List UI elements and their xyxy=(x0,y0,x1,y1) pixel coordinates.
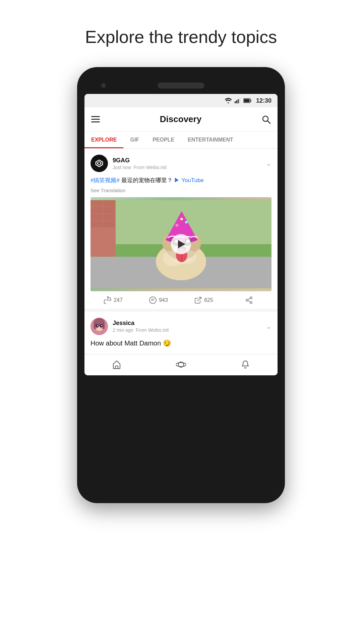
avatar-jessica xyxy=(90,318,108,335)
svg-point-62 xyxy=(101,327,104,328)
svg-point-46 xyxy=(250,297,252,299)
svg-point-47 xyxy=(246,299,248,301)
phone-camera xyxy=(101,83,106,88)
post-9gag-meta: Just now From Weibo.intl xyxy=(113,165,167,170)
svg-point-60 xyxy=(101,325,102,326)
status-time: 12:30 xyxy=(256,97,272,104)
thumbs-up-icon xyxy=(104,296,112,304)
svg-point-56 xyxy=(94,319,104,324)
app-title: Discovery xyxy=(160,114,201,124)
post-9gag-text: #搞笑视频# 最逗的宠物在哪里？ ▶ YouTube xyxy=(90,176,272,185)
svg-rect-5 xyxy=(250,100,251,102)
post-9gag-username: 9GAG xyxy=(113,157,167,164)
repost-count: 625 xyxy=(204,297,213,303)
svg-point-59 xyxy=(97,325,98,326)
svg-rect-3 xyxy=(239,98,240,103)
share-button[interactable] xyxy=(226,296,272,304)
phone-frame: 12:30 Discovery EXPLORE GIF xyxy=(77,67,285,503)
phone-speaker xyxy=(158,83,204,89)
svg-rect-22 xyxy=(91,221,103,227)
svg-rect-19 xyxy=(103,207,115,213)
nav-notifications[interactable] xyxy=(213,354,278,375)
search-button[interactable] xyxy=(261,115,271,124)
svg-rect-18 xyxy=(91,207,103,213)
share-icon xyxy=(245,296,253,304)
bell-icon xyxy=(241,360,250,369)
post-jessica-expand-button[interactable]: ⌄ xyxy=(266,322,272,330)
svg-rect-0 xyxy=(235,101,236,103)
repost-button[interactable]: 625 xyxy=(181,296,226,304)
svg-rect-20 xyxy=(91,214,103,220)
feed: 9GAG Just now From Weibo.intl ⌄ #搞笑视频# 最… xyxy=(84,149,278,351)
hamburger-menu-button[interactable] xyxy=(91,116,100,122)
nav-home[interactable] xyxy=(84,354,149,375)
svg-point-35 xyxy=(175,224,178,227)
status-bar: 12:30 xyxy=(84,94,278,107)
svg-rect-16 xyxy=(91,200,103,206)
post-jessica-text: How about Matt Damon 😏 xyxy=(90,339,272,351)
svg-point-37 xyxy=(180,218,183,220)
tab-explore[interactable]: EXPLORE xyxy=(84,131,123,148)
svg-rect-1 xyxy=(236,100,237,103)
repost-icon xyxy=(194,296,202,304)
see-translation-9gag[interactable]: See Translation xyxy=(90,187,272,193)
post-9gag-expand-button[interactable]: ⌄ xyxy=(266,159,272,167)
post-jessica-username: Jessica xyxy=(113,320,169,327)
avatar-9gag xyxy=(90,155,108,172)
page-headline-text: Explore the trendy topics xyxy=(85,27,277,47)
tab-entertainment[interactable]: ENTERTAINMENT xyxy=(181,131,240,148)
like-button[interactable]: 247 xyxy=(90,296,136,304)
svg-rect-63 xyxy=(115,366,118,369)
battery-icon xyxy=(243,98,251,103)
svg-line-8 xyxy=(267,121,270,123)
comment-count: 943 xyxy=(159,297,168,303)
tabs-bar: EXPLORE GIF PEOPLE ENTERTAINMENT xyxy=(84,131,278,149)
svg-rect-2 xyxy=(238,99,239,103)
post-jessica: Jessica 2 min ago From Weibo.intl ⌄ How … xyxy=(84,312,278,351)
svg-rect-21 xyxy=(104,214,115,220)
svg-rect-6 xyxy=(244,99,249,102)
comment-icon xyxy=(149,296,157,304)
svg-rect-23 xyxy=(103,221,115,227)
svg-rect-12 xyxy=(98,162,100,164)
svg-point-61 xyxy=(95,327,98,328)
svg-rect-17 xyxy=(104,200,115,206)
wifi-icon xyxy=(225,98,232,103)
tab-gif[interactable]: GIF xyxy=(123,131,146,148)
youtube-link[interactable]: YouTube xyxy=(181,177,204,183)
post-actions: 247 943 xyxy=(90,291,272,309)
svg-point-65 xyxy=(176,363,186,367)
signal-icon xyxy=(235,98,241,103)
play-button[interactable] xyxy=(171,234,191,254)
svg-point-48 xyxy=(250,302,252,304)
post-jessica-meta: 2 min ago From Weibo.intl xyxy=(113,327,169,333)
post-9gag: 9GAG Just now From Weibo.intl ⌄ #搞笑视频# 最… xyxy=(84,149,278,309)
search-icon xyxy=(261,115,271,124)
planet-icon xyxy=(176,360,186,370)
phone-screen: 12:30 Discovery EXPLORE GIF xyxy=(84,94,278,375)
like-count: 247 xyxy=(114,297,123,303)
svg-point-36 xyxy=(185,221,188,223)
nav-discover[interactable] xyxy=(149,354,213,375)
bottom-nav xyxy=(84,354,278,375)
app-header: Discovery xyxy=(84,107,278,131)
comment-button[interactable]: 943 xyxy=(136,296,181,304)
hashtag-text[interactable]: #搞笑视频# xyxy=(90,177,120,183)
svg-line-49 xyxy=(248,301,250,302)
tab-people[interactable]: PEOPLE xyxy=(146,131,181,148)
video-thumbnail[interactable] xyxy=(90,197,272,291)
svg-line-50 xyxy=(248,298,250,300)
home-icon xyxy=(112,360,121,369)
